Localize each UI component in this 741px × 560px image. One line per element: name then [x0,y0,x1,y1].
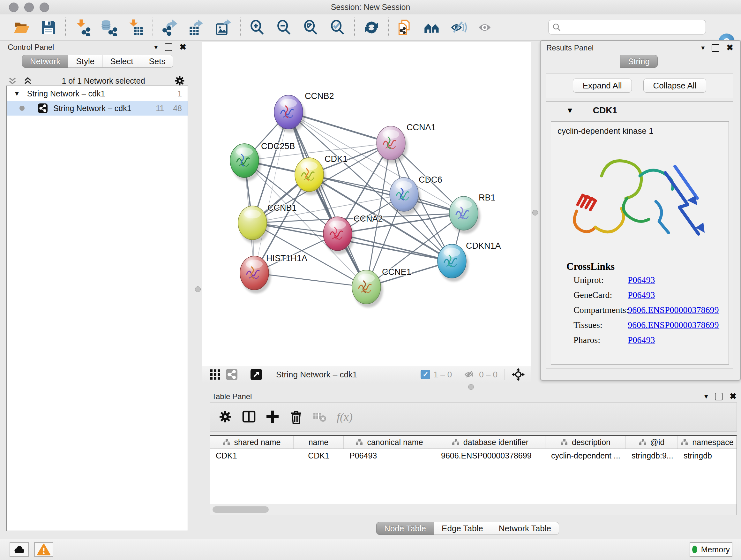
float-panel-icon[interactable] [715,393,723,400]
table-row[interactable]: CDK1 CDK1 P06493 9606.ENSP00000378699 cy… [210,449,737,462]
expand-all-button[interactable]: Expand All [573,78,632,92]
crosslink-link[interactable]: P06493 [628,335,655,345]
crosslink-link[interactable]: P06493 [628,290,655,300]
grid-view-icon[interactable] [209,369,221,380]
show-columns-button[interactable] [241,409,257,425]
tree-expander-icon[interactable]: ▼ [14,90,20,98]
gene-expander-icon[interactable]: ▼ [566,106,574,115]
cell-shared-name[interactable]: CDK1 [210,449,293,462]
network-node-ccne1[interactable]: CCNE1 [352,267,411,307]
cell-id[interactable]: stringdb:9... [626,449,678,462]
copy-network-button[interactable] [396,18,414,37]
apply-layout-button[interactable] [362,18,381,37]
selected-nodes-checkbox[interactable]: ✓ [421,370,430,379]
search-box[interactable] [548,20,706,35]
delete-column-button[interactable] [288,409,305,425]
column-header-id[interactable]: @id [626,436,678,449]
zoom-out-button[interactable] [275,18,293,37]
node-label-ccne1: CCNE1 [382,267,411,277]
first-neighbors-button[interactable] [423,18,441,37]
network-collection-row[interactable]: ▼ String Network – cdk1 1 [7,86,188,101]
float-panel-icon[interactable] [165,44,172,51]
collapse-panel-icon[interactable]: ▾ [154,43,158,51]
column-header-description[interactable]: description [545,436,626,449]
cell-description[interactable]: cyclin-dependent ... [545,449,626,462]
cell-name[interactable]: CDK1 [293,449,344,462]
export-image-button[interactable] [214,18,232,37]
network-node-cdk1[interactable]: CDK1 [295,154,347,195]
warnings-button[interactable] [34,542,53,557]
open-session-button[interactable] [13,18,30,37]
cell-database-identifier[interactable]: 9606.ENSP00000378699 [435,449,545,462]
import-table-file-button[interactable] [127,18,145,37]
tab-edge-table[interactable]: Edge Table [434,522,491,535]
float-panel-icon[interactable] [712,44,719,52]
network-node-ccna2[interactable]: CCNA2 [323,214,383,254]
zoom-selected-button[interactable] [329,18,347,37]
network-options-gear-icon[interactable] [174,75,186,87]
close-panel-icon[interactable]: ✖ [730,391,737,401]
network-node-ccnb1[interactable]: CCNB1 [238,203,297,243]
column-header-name[interactable]: name [293,436,344,449]
network-view-icon[interactable] [226,369,238,380]
crosslink-link[interactable]: P06493 [628,275,655,285]
crosslink-label: Tissues: [574,320,603,330]
detach-view-icon[interactable] [251,369,262,380]
show-all-button[interactable] [477,18,495,37]
zoom-in-button[interactable] [248,18,266,37]
left-splitter-handle[interactable] [195,287,201,292]
column-header-database-identifier[interactable]: database identifier [435,436,545,449]
create-column-button[interactable] [264,409,281,425]
search-input[interactable] [561,22,705,32]
center-view-icon[interactable] [511,368,525,381]
collapse-panel-icon[interactable]: ▾ [701,44,704,52]
bottom-splitter-handle[interactable] [468,384,474,390]
network-canvas[interactable]: CCNB2CCNA1CDC25BCDK1CDC6RB1CCNB1CCNA2CDK… [202,42,531,366]
close-panel-icon[interactable]: ✖ [726,43,733,53]
import-network-file-button[interactable] [73,18,91,37]
network-node-cdkn1a[interactable]: CDKN1A [437,241,501,282]
tab-style[interactable]: Style [68,55,103,68]
network-node-rb1[interactable]: RB1 [449,193,495,234]
tab-network[interactable]: Network [22,55,68,68]
tab-node-table[interactable]: Node Table [376,522,434,535]
import-network-database-button[interactable] [100,18,118,37]
collapse-all-tree-icon[interactable] [22,75,33,86]
node-label-rb1: RB1 [479,193,495,202]
network-node-hist1h1a[interactable]: HIST1H1A [240,253,307,294]
cell-namespace[interactable]: stringdb [678,449,737,462]
delete-table-button[interactable] [312,409,328,425]
column-header-shared-name[interactable]: shared name [210,436,293,449]
save-session-button[interactable] [40,18,57,37]
cloud-status-button[interactable] [10,542,29,557]
column-header-namespace[interactable]: namespace [678,436,737,449]
network-edge[interactable] [254,112,288,273]
scrollbar-thumb[interactable] [212,506,269,513]
hide-selected-button[interactable] [450,18,468,37]
collapse-panel-icon[interactable]: ▾ [704,392,708,401]
cell-canonical-name[interactable]: P06493 [344,449,435,462]
table-options-button[interactable] [217,409,233,425]
export-table-button[interactable] [188,18,205,37]
crosslink-link[interactable]: 9606.ENSP00000378699 [628,305,719,315]
tab-string[interactable]: String [620,55,658,68]
column-header-canonical-name[interactable]: canonical name [344,436,435,449]
tab-network-table[interactable]: Network Table [491,522,559,535]
hidden-eye-icon[interactable] [464,369,475,380]
tab-sets[interactable]: Sets [141,55,173,68]
crosslink-link[interactable]: 9606.ENSP00000378699 [628,320,719,330]
network-row[interactable]: String Network – cdk1 11 48 [7,101,188,116]
tab-select[interactable]: Select [102,55,141,68]
close-panel-icon[interactable]: ✖ [179,42,186,52]
network-edge[interactable] [254,273,366,287]
table-horizontal-scrollbar[interactable] [210,504,737,515]
zoom-fit-button[interactable] [302,18,320,37]
network-graph[interactable]: CCNB2CCNA1CDC25BCDK1CDC6RB1CCNB1CCNA2CDK… [202,42,531,366]
right-splitter-handle[interactable] [532,210,538,215]
memory-status-button[interactable]: Memory [690,542,732,557]
export-network-button[interactable] [161,18,179,37]
expand-all-tree-icon[interactable] [7,75,18,86]
network-node-cdc6[interactable]: CDC6 [390,175,442,215]
collapse-all-button[interactable]: Collapse All [643,78,706,92]
function-builder-button[interactable]: f(x) [337,410,353,424]
